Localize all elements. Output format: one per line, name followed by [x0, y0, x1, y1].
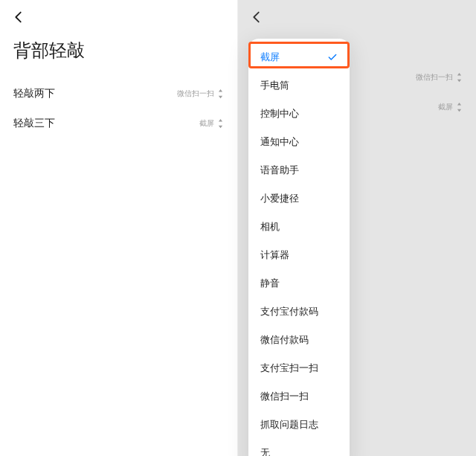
- action-option[interactable]: 通知中心: [248, 128, 350, 156]
- setting-value: 截屏: [438, 102, 463, 112]
- updown-icon: [456, 72, 463, 83]
- action-option[interactable]: 截屏: [248, 43, 350, 71]
- action-option-label: 抓取问题日志: [260, 418, 318, 431]
- page-title: 背部轻敲: [0, 34, 237, 79]
- action-option[interactable]: 微信扫一扫: [248, 382, 350, 411]
- action-option-label: 小爱捷径: [260, 192, 299, 205]
- check-icon: [327, 52, 338, 62]
- setting-value: 微信扫一扫: [177, 89, 224, 99]
- action-option-label: 手电筒: [260, 79, 289, 92]
- setting-value-text: 微信扫一扫: [416, 72, 453, 83]
- action-picker-popup: 截屏手电筒控制中心通知中心语音助手小爱捷径相机计算器静音支付宝付款码微信付款码支…: [248, 39, 350, 456]
- action-option[interactable]: 静音: [248, 269, 350, 298]
- action-option-label: 语音助手: [260, 164, 299, 177]
- setting-label: 轻敲两下: [13, 87, 55, 100]
- updown-icon: [456, 102, 463, 112]
- action-option[interactable]: 小爱捷径: [248, 184, 350, 213]
- action-option-label: 微信付款码: [260, 333, 309, 347]
- setting-label: 轻敲三下: [13, 117, 55, 130]
- updown-icon: [217, 118, 224, 129]
- action-option[interactable]: 无: [248, 439, 350, 456]
- action-option[interactable]: 抓取问题日志: [248, 411, 350, 439]
- action-option[interactable]: 控制中心: [248, 100, 350, 128]
- setting-value-text: 微信扫一扫: [177, 89, 214, 99]
- action-option-label: 通知中心: [260, 135, 299, 149]
- action-option-label: 支付宝扫一扫: [260, 362, 318, 375]
- right-pane: 微信扫一扫 截屏 截屏手电筒控制中心通知中心语音助手小爱捷径相机计算器静音支付宝…: [238, 0, 476, 456]
- action-option-label: 无: [260, 446, 270, 456]
- action-option-label: 控制中心: [260, 107, 299, 121]
- action-option-label: 相机: [260, 220, 280, 234]
- setting-value: 截屏: [199, 118, 224, 129]
- action-option[interactable]: 手电筒: [248, 71, 350, 100]
- action-option[interactable]: 微信付款码: [248, 326, 350, 354]
- left-pane: 背部轻敲 轻敲两下 微信扫一扫 轻敲三下 截屏: [0, 0, 238, 456]
- action-option-label: 计算器: [260, 248, 289, 262]
- action-option[interactable]: 相机: [248, 213, 350, 241]
- action-option-label: 微信扫一扫: [260, 390, 309, 403]
- setting-value: 微信扫一扫: [416, 72, 463, 83]
- action-option[interactable]: 语音助手: [248, 156, 350, 184]
- setting-value-text: 截屏: [438, 102, 453, 112]
- action-option[interactable]: 支付宝付款码: [248, 298, 350, 326]
- setting-row-triple-tap[interactable]: 轻敲三下 截屏: [0, 109, 237, 138]
- action-option-label: 静音: [260, 277, 280, 290]
- setting-value-text: 截屏: [199, 118, 214, 129]
- action-option-label: 支付宝付款码: [260, 305, 318, 318]
- action-option-label: 截屏: [260, 51, 280, 64]
- setting-row-double-tap[interactable]: 轻敲两下 微信扫一扫: [0, 79, 237, 109]
- updown-icon: [217, 89, 224, 99]
- back-icon[interactable]: [248, 9, 265, 25]
- action-option[interactable]: 计算器: [248, 241, 350, 269]
- back-icon[interactable]: [10, 9, 27, 25]
- action-option[interactable]: 支付宝扫一扫: [248, 354, 350, 382]
